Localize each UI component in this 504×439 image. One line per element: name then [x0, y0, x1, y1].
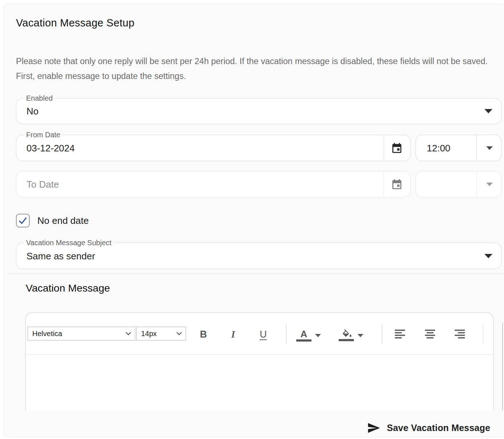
enabled-select[interactable]: Enabled No: [16, 98, 501, 124]
bold-button[interactable]: B: [195, 326, 212, 343]
dropdown-arrow-icon: [484, 109, 492, 113]
dropdown-arrow-icon: [484, 254, 492, 258]
editor-content[interactable]: [26, 355, 493, 411]
to-time-select[interactable]: [416, 171, 501, 197]
chevron-down-icon: [176, 332, 182, 335]
section-divider: [8, 273, 504, 274]
editor-heading: Vacation Message: [26, 282, 110, 294]
fill-color-dropdown[interactable]: [356, 331, 365, 340]
calendar-icon: [391, 178, 403, 190]
from-time-value: 12:00: [427, 142, 450, 154]
dropdown-arrow-icon: [486, 146, 493, 150]
enabled-value: No: [26, 106, 38, 117]
font-size-select[interactable]: 14px: [136, 327, 186, 340]
page-title: Vacation Message Setup: [16, 17, 135, 29]
align-left-icon: [394, 329, 406, 339]
align-center-icon: [424, 329, 436, 339]
subject-value: Same as sender: [26, 250, 95, 262]
editor-toolbar: Helvetica 14px B I U A: [26, 313, 493, 355]
vacation-message-page: Vacation Message Setup Please note that …: [0, 0, 504, 439]
align-right-icon: [454, 329, 466, 339]
align-left-button[interactable]: [393, 327, 406, 340]
checkmark-icon: [18, 216, 28, 226]
text-color-icon: A: [296, 329, 311, 342]
no-end-date-row: No end date: [16, 214, 89, 227]
italic-icon: I: [231, 329, 235, 340]
align-right-button[interactable]: [453, 327, 466, 340]
subject-label: Vacation Message Subject: [24, 239, 114, 247]
font-family-select[interactable]: Helvetica: [28, 327, 135, 340]
field-divider: [476, 135, 477, 161]
bold-icon: B: [200, 329, 207, 340]
fill-color-button[interactable]: [338, 327, 355, 343]
to-date-placeholder: To Date: [26, 179, 59, 190]
from-time-select[interactable]: 12:00: [416, 135, 501, 161]
text-color-dropdown[interactable]: [314, 331, 322, 340]
to-date-calendar-button[interactable]: [383, 171, 410, 197]
to-date-field[interactable]: To Date: [16, 171, 410, 197]
enabled-label: Enabled: [24, 94, 55, 103]
settings-card: Vacation Message Setup Please note that …: [4, 4, 504, 437]
no-end-date-label: No end date: [37, 215, 89, 226]
toolbar-divider: [382, 324, 382, 344]
from-date-calendar-button[interactable]: [383, 135, 410, 161]
from-date-field[interactable]: From Date 03-12-2024: [16, 135, 410, 161]
chevron-down-icon: [125, 332, 131, 335]
underline-icon: U: [260, 329, 267, 340]
font-size-value: 14px: [141, 330, 157, 338]
from-date-value: 03-12-2024: [26, 142, 75, 154]
dropdown-arrow-icon: [486, 183, 493, 186]
send-icon: [367, 422, 381, 434]
subject-select[interactable]: Vacation Message Subject Same as sender: [16, 243, 501, 269]
intro-text: Please note that only one reply will be …: [16, 54, 504, 84]
vacation-message-editor: Helvetica 14px B I U A: [25, 313, 493, 411]
text-color-button[interactable]: A: [296, 327, 312, 343]
from-date-label: From Date: [24, 131, 63, 139]
italic-button[interactable]: I: [224, 326, 242, 343]
editor-scrollbar[interactable]: [502, 323, 503, 410]
underline-button[interactable]: U: [255, 326, 272, 343]
dropdown-arrow-icon: [358, 334, 363, 337]
paint-bucket-icon: [339, 329, 354, 341]
toolbar-divider: [483, 324, 483, 344]
dropdown-arrow-icon: [315, 334, 321, 337]
save-label: Save Vacation Message: [387, 423, 490, 433]
toolbar-divider: [286, 324, 286, 344]
font-family-value: Helvetica: [32, 330, 62, 338]
field-divider: [476, 171, 477, 197]
align-center-button[interactable]: [424, 327, 437, 340]
calendar-icon: [391, 142, 403, 154]
no-end-date-checkbox[interactable]: [16, 214, 30, 227]
save-vacation-message-button[interactable]: Save Vacation Message: [367, 421, 490, 435]
